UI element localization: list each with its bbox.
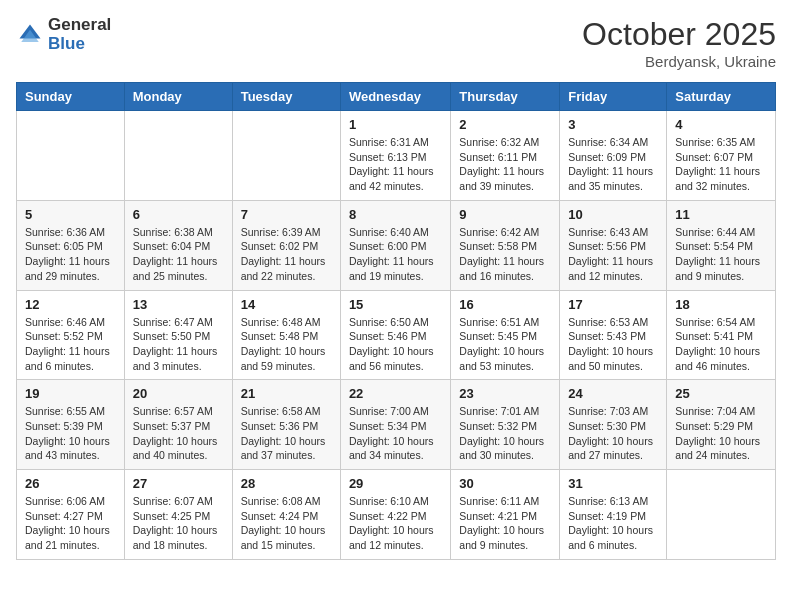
day-number: 2 — [459, 117, 551, 132]
day-info: Sunrise: 6:43 AM Sunset: 5:56 PM Dayligh… — [568, 225, 658, 284]
calendar-week-row: 26Sunrise: 6:06 AM Sunset: 4:27 PM Dayli… — [17, 470, 776, 560]
calendar-cell: 7Sunrise: 6:39 AM Sunset: 6:02 PM Daylig… — [232, 200, 340, 290]
day-info: Sunrise: 6:32 AM Sunset: 6:11 PM Dayligh… — [459, 135, 551, 194]
calendar-cell: 19Sunrise: 6:55 AM Sunset: 5:39 PM Dayli… — [17, 380, 125, 470]
calendar-cell: 23Sunrise: 7:01 AM Sunset: 5:32 PM Dayli… — [451, 380, 560, 470]
calendar-cell: 4Sunrise: 6:35 AM Sunset: 6:07 PM Daylig… — [667, 111, 776, 201]
calendar-cell: 10Sunrise: 6:43 AM Sunset: 5:56 PM Dayli… — [560, 200, 667, 290]
weekday-header-wednesday: Wednesday — [340, 83, 450, 111]
calendar-cell: 27Sunrise: 6:07 AM Sunset: 4:25 PM Dayli… — [124, 470, 232, 560]
calendar-cell: 11Sunrise: 6:44 AM Sunset: 5:54 PM Dayli… — [667, 200, 776, 290]
day-info: Sunrise: 6:42 AM Sunset: 5:58 PM Dayligh… — [459, 225, 551, 284]
day-number: 23 — [459, 386, 551, 401]
day-number: 27 — [133, 476, 224, 491]
calendar-cell — [17, 111, 125, 201]
day-number: 17 — [568, 297, 658, 312]
calendar-cell: 26Sunrise: 6:06 AM Sunset: 4:27 PM Dayli… — [17, 470, 125, 560]
day-number: 28 — [241, 476, 332, 491]
day-info: Sunrise: 6:38 AM Sunset: 6:04 PM Dayligh… — [133, 225, 224, 284]
day-number: 14 — [241, 297, 332, 312]
day-number: 11 — [675, 207, 767, 222]
day-number: 8 — [349, 207, 442, 222]
logo: General Blue — [16, 16, 111, 53]
page-header: General Blue October 2025 Berdyansk, Ukr… — [16, 16, 776, 70]
day-number: 10 — [568, 207, 658, 222]
day-info: Sunrise: 6:07 AM Sunset: 4:25 PM Dayligh… — [133, 494, 224, 553]
day-info: Sunrise: 6:53 AM Sunset: 5:43 PM Dayligh… — [568, 315, 658, 374]
day-info: Sunrise: 6:58 AM Sunset: 5:36 PM Dayligh… — [241, 404, 332, 463]
day-info: Sunrise: 7:03 AM Sunset: 5:30 PM Dayligh… — [568, 404, 658, 463]
day-info: Sunrise: 7:01 AM Sunset: 5:32 PM Dayligh… — [459, 404, 551, 463]
day-info: Sunrise: 6:50 AM Sunset: 5:46 PM Dayligh… — [349, 315, 442, 374]
weekday-header-thursday: Thursday — [451, 83, 560, 111]
weekday-header-row: SundayMondayTuesdayWednesdayThursdayFrid… — [17, 83, 776, 111]
calendar-cell: 12Sunrise: 6:46 AM Sunset: 5:52 PM Dayli… — [17, 290, 125, 380]
calendar-cell: 28Sunrise: 6:08 AM Sunset: 4:24 PM Dayli… — [232, 470, 340, 560]
calendar-title: October 2025 — [582, 16, 776, 53]
day-number: 20 — [133, 386, 224, 401]
calendar-cell: 16Sunrise: 6:51 AM Sunset: 5:45 PM Dayli… — [451, 290, 560, 380]
day-info: Sunrise: 6:10 AM Sunset: 4:22 PM Dayligh… — [349, 494, 442, 553]
day-number: 21 — [241, 386, 332, 401]
day-info: Sunrise: 6:39 AM Sunset: 6:02 PM Dayligh… — [241, 225, 332, 284]
weekday-header-saturday: Saturday — [667, 83, 776, 111]
day-info: Sunrise: 6:57 AM Sunset: 5:37 PM Dayligh… — [133, 404, 224, 463]
day-number: 18 — [675, 297, 767, 312]
calendar-cell: 1Sunrise: 6:31 AM Sunset: 6:13 PM Daylig… — [340, 111, 450, 201]
calendar-cell: 6Sunrise: 6:38 AM Sunset: 6:04 PM Daylig… — [124, 200, 232, 290]
day-info: Sunrise: 6:51 AM Sunset: 5:45 PM Dayligh… — [459, 315, 551, 374]
day-info: Sunrise: 6:36 AM Sunset: 6:05 PM Dayligh… — [25, 225, 116, 284]
calendar-cell: 8Sunrise: 6:40 AM Sunset: 6:00 PM Daylig… — [340, 200, 450, 290]
calendar-cell: 20Sunrise: 6:57 AM Sunset: 5:37 PM Dayli… — [124, 380, 232, 470]
weekday-header-tuesday: Tuesday — [232, 83, 340, 111]
calendar-cell: 13Sunrise: 6:47 AM Sunset: 5:50 PM Dayli… — [124, 290, 232, 380]
logo-icon — [16, 21, 44, 49]
day-info: Sunrise: 6:35 AM Sunset: 6:07 PM Dayligh… — [675, 135, 767, 194]
day-number: 25 — [675, 386, 767, 401]
calendar-cell: 17Sunrise: 6:53 AM Sunset: 5:43 PM Dayli… — [560, 290, 667, 380]
weekday-header-monday: Monday — [124, 83, 232, 111]
day-number: 30 — [459, 476, 551, 491]
calendar-cell: 9Sunrise: 6:42 AM Sunset: 5:58 PM Daylig… — [451, 200, 560, 290]
day-number: 13 — [133, 297, 224, 312]
day-info: Sunrise: 6:34 AM Sunset: 6:09 PM Dayligh… — [568, 135, 658, 194]
calendar-cell — [232, 111, 340, 201]
weekday-header-sunday: Sunday — [17, 83, 125, 111]
calendar-cell: 14Sunrise: 6:48 AM Sunset: 5:48 PM Dayli… — [232, 290, 340, 380]
day-number: 16 — [459, 297, 551, 312]
day-info: Sunrise: 6:40 AM Sunset: 6:00 PM Dayligh… — [349, 225, 442, 284]
day-info: Sunrise: 6:13 AM Sunset: 4:19 PM Dayligh… — [568, 494, 658, 553]
day-info: Sunrise: 6:47 AM Sunset: 5:50 PM Dayligh… — [133, 315, 224, 374]
calendar-cell: 29Sunrise: 6:10 AM Sunset: 4:22 PM Dayli… — [340, 470, 450, 560]
day-info: Sunrise: 6:31 AM Sunset: 6:13 PM Dayligh… — [349, 135, 442, 194]
day-number: 5 — [25, 207, 116, 222]
day-number: 6 — [133, 207, 224, 222]
calendar-cell — [667, 470, 776, 560]
day-number: 7 — [241, 207, 332, 222]
day-info: Sunrise: 7:04 AM Sunset: 5:29 PM Dayligh… — [675, 404, 767, 463]
calendar-cell: 2Sunrise: 6:32 AM Sunset: 6:11 PM Daylig… — [451, 111, 560, 201]
calendar-cell: 30Sunrise: 6:11 AM Sunset: 4:21 PM Dayli… — [451, 470, 560, 560]
logo-general-text: General — [48, 16, 111, 35]
day-number: 9 — [459, 207, 551, 222]
calendar-cell: 5Sunrise: 6:36 AM Sunset: 6:05 PM Daylig… — [17, 200, 125, 290]
calendar-cell: 24Sunrise: 7:03 AM Sunset: 5:30 PM Dayli… — [560, 380, 667, 470]
calendar-table: SundayMondayTuesdayWednesdayThursdayFrid… — [16, 82, 776, 560]
day-info: Sunrise: 6:44 AM Sunset: 5:54 PM Dayligh… — [675, 225, 767, 284]
day-number: 15 — [349, 297, 442, 312]
calendar-cell: 18Sunrise: 6:54 AM Sunset: 5:41 PM Dayli… — [667, 290, 776, 380]
day-info: Sunrise: 6:55 AM Sunset: 5:39 PM Dayligh… — [25, 404, 116, 463]
calendar-week-row: 1Sunrise: 6:31 AM Sunset: 6:13 PM Daylig… — [17, 111, 776, 201]
calendar-cell: 22Sunrise: 7:00 AM Sunset: 5:34 PM Dayli… — [340, 380, 450, 470]
day-info: Sunrise: 7:00 AM Sunset: 5:34 PM Dayligh… — [349, 404, 442, 463]
day-number: 24 — [568, 386, 658, 401]
day-number: 22 — [349, 386, 442, 401]
day-info: Sunrise: 6:46 AM Sunset: 5:52 PM Dayligh… — [25, 315, 116, 374]
day-info: Sunrise: 6:11 AM Sunset: 4:21 PM Dayligh… — [459, 494, 551, 553]
day-info: Sunrise: 6:06 AM Sunset: 4:27 PM Dayligh… — [25, 494, 116, 553]
day-number: 19 — [25, 386, 116, 401]
title-block: October 2025 Berdyansk, Ukraine — [582, 16, 776, 70]
day-number: 3 — [568, 117, 658, 132]
day-info: Sunrise: 6:54 AM Sunset: 5:41 PM Dayligh… — [675, 315, 767, 374]
calendar-cell: 3Sunrise: 6:34 AM Sunset: 6:09 PM Daylig… — [560, 111, 667, 201]
